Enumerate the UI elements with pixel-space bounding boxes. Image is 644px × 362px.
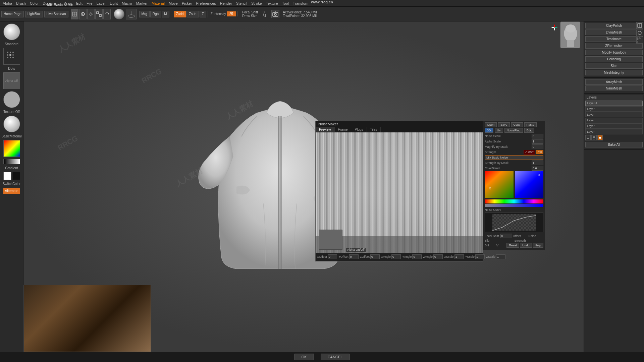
menu-item-material[interactable]: Material bbox=[152, 1, 165, 5]
right-icon-1[interactable] bbox=[636, 22, 643, 29]
colorblend-input[interactable] bbox=[532, 166, 543, 171]
alpha-onoff-btn[interactable]: Alpha On/Off bbox=[346, 248, 366, 252]
menu-item-marker[interactable]: Marker bbox=[136, 1, 148, 5]
nm-open-btn[interactable]: Open bbox=[485, 122, 497, 127]
hue-bar[interactable] bbox=[485, 199, 543, 203]
white-swatch[interactable] bbox=[3, 172, 11, 180]
noise-curve-area[interactable] bbox=[485, 212, 543, 232]
nm-color-left[interactable] bbox=[485, 171, 514, 198]
menu-item-alpha[interactable]: Alpha bbox=[3, 1, 12, 5]
zadd-button[interactable]: Zadd bbox=[174, 11, 186, 17]
layer-record-icon[interactable] bbox=[597, 135, 603, 140]
menu-item-texture[interactable]: Texture bbox=[266, 1, 278, 5]
layer-item[interactable]: Layer-1 bbox=[585, 101, 643, 106]
nm-tab-frame[interactable]: Frame bbox=[335, 127, 352, 132]
polishing-btn[interactable]: Polishing bbox=[585, 56, 643, 62]
nanomesh-btn[interactable]: NanoMesh bbox=[585, 85, 643, 91]
nm-tab-plugs[interactable]: Plugs bbox=[351, 127, 367, 132]
noise-scale-input[interactable] bbox=[532, 134, 543, 138]
alternate-button[interactable]: Alternate bbox=[3, 188, 20, 194]
menu-item-picker[interactable]: Picker bbox=[182, 1, 192, 5]
layer-item[interactable]: Layer bbox=[585, 123, 643, 129]
bake-all-btn[interactable]: Bake All bbox=[585, 142, 643, 147]
gradient-bar[interactable] bbox=[3, 159, 20, 164]
saturation-bar[interactable] bbox=[485, 204, 543, 207]
menu-item-layer[interactable]: Layer bbox=[97, 1, 106, 5]
magnify-input[interactable] bbox=[532, 144, 543, 149]
alpha-scale-input[interactable] bbox=[532, 139, 543, 144]
arraymesh-btn[interactable]: ArrayMesh bbox=[585, 79, 643, 85]
claypolish-btn[interactable]: ClayPolish bbox=[585, 23, 643, 28]
right-icon-2[interactable] bbox=[636, 29, 643, 36]
noisemaker-title-bar[interactable]: NoiseMaker bbox=[316, 121, 483, 127]
right-icon-sp[interactable]: SP: 3 bbox=[636, 37, 643, 44]
x-offset-input[interactable] bbox=[328, 254, 337, 259]
dynamesh-btn[interactable]: DynaMesh bbox=[585, 29, 643, 35]
menu-item-stroke[interactable]: Stroke bbox=[251, 1, 262, 5]
draw-tool[interactable] bbox=[79, 9, 87, 19]
material-sphere[interactable] bbox=[114, 9, 124, 19]
alpha-preview[interactable]: Alpha Off bbox=[3, 72, 20, 89]
y-offset-input[interactable] bbox=[349, 254, 359, 259]
brush-preview[interactable] bbox=[3, 23, 20, 40]
rotate-tool[interactable] bbox=[103, 9, 111, 19]
x-angle-input[interactable] bbox=[391, 254, 401, 259]
z-angle-input[interactable] bbox=[433, 254, 443, 259]
home-button[interactable]: Home Page bbox=[1, 11, 24, 17]
scale-tool[interactable] bbox=[95, 9, 103, 19]
layer-item[interactable]: Layer bbox=[585, 118, 643, 123]
nm-edit-btn[interactable]: Edit bbox=[524, 128, 534, 133]
layer-lock-icon[interactable] bbox=[591, 135, 597, 140]
z-offset-input[interactable] bbox=[370, 254, 380, 259]
zremesher-btn[interactable]: ZRemesher bbox=[585, 43, 643, 49]
menu-item-light[interactable]: Light bbox=[110, 1, 118, 5]
black-swatch[interactable] bbox=[12, 172, 20, 180]
modify-topology-btn[interactable]: Modify Topology bbox=[585, 50, 643, 55]
m-button[interactable]: M bbox=[162, 11, 169, 17]
x-scale-input[interactable] bbox=[454, 254, 464, 259]
z-intensity-value[interactable]: 25 bbox=[227, 11, 236, 16]
nm-save-btn[interactable]: Save bbox=[498, 122, 510, 127]
y-scale-input[interactable] bbox=[475, 254, 485, 259]
menu-item-transform[interactable]: Transform bbox=[293, 1, 310, 5]
nm-tab-tiles[interactable]: Tiles bbox=[367, 127, 381, 132]
nm-help-btn[interactable]: Help bbox=[533, 243, 544, 248]
nm-3d-btn[interactable]: 3D bbox=[485, 128, 493, 133]
nm-uv-btn[interactable]: Uv bbox=[495, 128, 503, 133]
cancel-button[interactable]: CANCEL bbox=[321, 354, 350, 360]
rgb-button[interactable]: Rgb bbox=[150, 11, 161, 17]
ok-button[interactable]: OK bbox=[294, 354, 314, 360]
tessimate-btn[interactable]: Tessimate bbox=[585, 36, 643, 42]
lightbox-button[interactable]: LightBox bbox=[25, 11, 43, 17]
z-button[interactable]: Z bbox=[200, 11, 206, 17]
layer-item[interactable]: Layer bbox=[585, 106, 643, 112]
menu-item-brush[interactable]: Brush bbox=[16, 1, 26, 5]
edit-tool[interactable] bbox=[71, 9, 78, 19]
material-preview-left[interactable] bbox=[3, 116, 20, 132]
nm-color-panel[interactable] bbox=[485, 171, 543, 198]
move-tool[interactable] bbox=[87, 9, 95, 19]
color-swatch[interactable] bbox=[3, 140, 20, 157]
menu-item-preferences[interactable]: Preferences bbox=[196, 1, 216, 5]
menu-item-color[interactable]: Color bbox=[30, 1, 39, 5]
liveboolean-button[interactable]: Live Boolean bbox=[44, 11, 68, 17]
menu-item-edit[interactable]: Edit bbox=[76, 1, 83, 5]
nm-undo-btn[interactable]: Undo bbox=[520, 243, 532, 248]
mix-basic-noise-btn[interactable]: Mix Basic Noise bbox=[485, 155, 543, 160]
z-scale-input[interactable] bbox=[496, 254, 505, 259]
meshintegrity-btn[interactable]: MeshIntegrity bbox=[585, 70, 643, 75]
menu-item-render[interactable]: Render bbox=[220, 1, 232, 5]
nm-noiseplug-btn[interactable]: NoisePlug bbox=[504, 128, 523, 133]
nm-paste-btn[interactable]: Paste bbox=[524, 122, 537, 127]
strength-input[interactable] bbox=[524, 150, 535, 155]
menu-item-tool[interactable]: Tool bbox=[282, 1, 289, 5]
focal-shift-nm-input[interactable] bbox=[500, 234, 512, 238]
nm-reset-btn[interactable]: Reset bbox=[506, 243, 519, 248]
nm-small-preview-inset[interactable] bbox=[319, 230, 342, 250]
size-btn[interactable]: Size bbox=[585, 63, 643, 69]
floor-plane[interactable] bbox=[126, 9, 137, 19]
layer-item[interactable]: Layer bbox=[585, 129, 643, 134]
nm-copy-btn[interactable]: Copy bbox=[511, 122, 523, 127]
menu-item-macro[interactable]: Macro bbox=[122, 1, 132, 5]
camera-icon[interactable] bbox=[271, 10, 279, 18]
